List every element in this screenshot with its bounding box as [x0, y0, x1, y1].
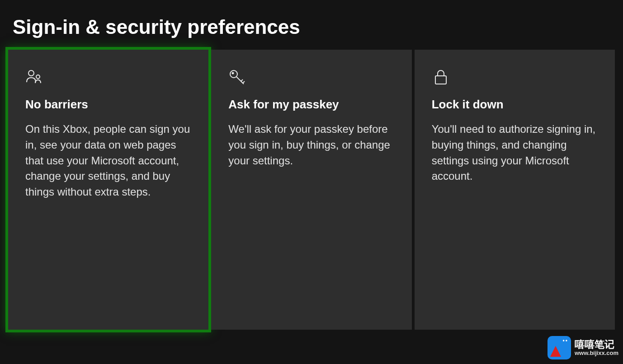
watermark-logo-icon — [547, 336, 571, 359]
svg-point-0 — [28, 70, 34, 76]
watermark-line2: www.bijixx.com — [575, 350, 618, 356]
option-title: No barriers — [25, 98, 194, 112]
option-description: You'll need to authorize signing in, buy… — [432, 121, 600, 184]
option-description: On this Xbox, people can sign you in, se… — [25, 121, 194, 200]
option-no-barriers[interactable]: No barriers On this Xbox, people can sig… — [8, 50, 208, 330]
svg-point-2 — [230, 70, 237, 78]
group-icon — [25, 68, 194, 86]
svg-rect-4 — [435, 76, 446, 84]
page-title: Sign-in & security preferences — [13, 16, 623, 38]
option-lock-down[interactable]: Lock it down You'll need to authorize si… — [415, 50, 615, 330]
watermark-line1: 嘻嘻笔记 — [575, 339, 618, 350]
option-title: Lock it down — [432, 98, 600, 112]
svg-point-3 — [232, 72, 234, 75]
option-ask-passkey[interactable]: Ask for my passkey We'll ask for your pa… — [211, 50, 411, 330]
option-title: Ask for my passkey — [228, 98, 397, 112]
lock-icon — [432, 68, 600, 86]
options-row: No barriers On this Xbox, people can sig… — [0, 50, 623, 330]
svg-point-1 — [36, 75, 40, 79]
option-description: We'll ask for your passkey before you si… — [228, 121, 397, 168]
key-icon — [228, 68, 397, 86]
watermark: 嘻嘻笔记 www.bijixx.com — [547, 336, 618, 359]
